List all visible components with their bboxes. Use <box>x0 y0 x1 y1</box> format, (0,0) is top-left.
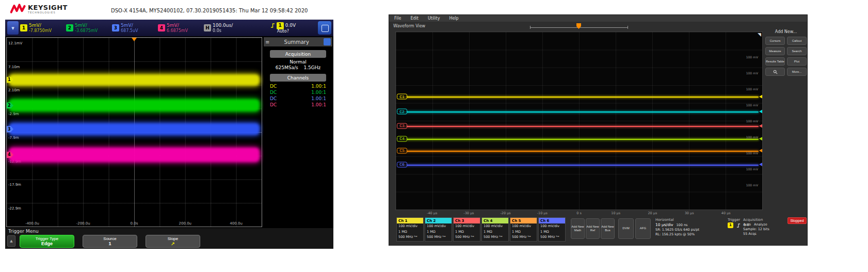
keysight-logo: KEYSIGHT TECHNOLOGIES <box>10 4 68 14</box>
channel-4-badge[interactable]: Ch 4 100 mV/div 1 MΩ 500 MHz ᵇʷ <box>481 217 509 242</box>
channel-2-badge[interactable]: Ch 2 100 mV/div 1 MΩ 500 MHz ᵇʷ <box>425 217 452 242</box>
y-axis-label: -7.9m <box>8 136 19 140</box>
cursors-button[interactable]: Cursors <box>765 37 785 45</box>
dvm-button[interactable]: DVM <box>618 218 634 239</box>
channel-1-summary-row: DC 1.00:1 <box>264 83 332 89</box>
channel-1-status[interactable]: 1 5mV/ -7.8750mV <box>20 23 65 33</box>
sidebar-header[interactable]: ≡ Summary <box>264 37 332 46</box>
channel-2-badge[interactable]: 2 <box>66 24 73 31</box>
channel-5-handle[interactable]: C5 <box>397 148 407 153</box>
channel-6-scale: 100 mV/div <box>539 223 565 229</box>
channel-3-values: 5mV/ 687.5uV <box>121 23 138 33</box>
waveform-display[interactable]: ◥ C1 C2 C3 C4 C5 C6 100 mV 100 mV 100 mV… <box>395 31 763 210</box>
channel-badges: Ch 1 100 mV/div 1 MΩ 500 MHz ᵇʷ Ch 2 100… <box>396 217 566 242</box>
channel-3-badge[interactable]: 3 <box>112 24 119 31</box>
menu-close-icon[interactable]: ▲ <box>7 235 15 247</box>
channel-1-badge[interactable]: Ch 1 100 mV/div 1 MΩ 500 MHz ᵇʷ <box>396 217 424 242</box>
stopped-button[interactable]: Stopped <box>787 217 807 224</box>
trigger-source-badge[interactable]: 1 <box>277 22 284 29</box>
x-axis-label: 0.0s <box>131 221 138 226</box>
add-new-math-button[interactable]: Add New Math <box>571 218 585 239</box>
trigger-position-marker[interactable] <box>132 38 137 44</box>
channel-3-badge[interactable]: Ch 3 100 mV/div 1 MΩ 500 MHz ᵇʷ <box>453 217 480 242</box>
channel-2-trace[interactable] <box>400 111 759 113</box>
acquisition-section-header[interactable]: Acquisition <box>270 50 326 58</box>
softkey-trigger-type[interactable]: Trigger Type Edge <box>20 235 74 248</box>
x-axis-label: 200.0u <box>179 221 191 226</box>
horizontal-badge[interactable]: H <box>204 24 211 31</box>
channel-3-status[interactable]: 3 5mV/ 687.5uV <box>112 23 156 33</box>
waveform-view-label: Waveform View <box>393 24 425 28</box>
touchscreen-icon[interactable] <box>318 21 331 35</box>
channel-4-status[interactable]: 4 5mV/ 6.6875mV <box>158 23 202 33</box>
horizontal-panel[interactable]: Horizontal 10 μs/div 100 ns SR: 1.5625 G… <box>655 218 724 237</box>
callout-button[interactable]: Callout <box>787 37 807 45</box>
search-button[interactable]: Search <box>787 47 807 55</box>
expand-icon[interactable]: ◥ <box>758 32 761 37</box>
channel-4-trace[interactable] <box>9 148 260 162</box>
channel-6-handle[interactable]: C6 <box>397 162 407 167</box>
softkey-label: Slope <box>168 236 178 241</box>
acquisition-panel[interactable]: Acquisition Auto Analyze Sample: 12 bits… <box>743 218 787 236</box>
channel-1-trace[interactable] <box>400 97 759 98</box>
channel-4-handle[interactable]: C4 <box>397 136 407 141</box>
channel-4-badge[interactable]: 4 <box>158 24 165 31</box>
x-axis-label: -200.0u <box>76 221 90 226</box>
softkey-source[interactable]: Source 1 <box>83 235 137 248</box>
trigger-status[interactable]: 1 0.0V Auto? <box>270 22 296 34</box>
zoom-button[interactable] <box>765 68 785 76</box>
channel-2-status[interactable]: 2 5mV/ -3.6875mV <box>66 23 110 33</box>
channel-4-coupling: DC <box>270 102 277 107</box>
afg-button[interactable]: AFG <box>635 218 651 239</box>
more-button[interactable]: More... <box>787 68 807 76</box>
measure-button[interactable]: Measure <box>765 47 785 55</box>
timebase-delay: 0.0s <box>213 28 233 33</box>
menu-edit[interactable]: Edit <box>410 16 419 21</box>
menu-icon[interactable]: ≡ <box>265 39 269 45</box>
channel-4-probe-ratio: 1.00:1 <box>311 102 326 107</box>
keysight-header: KEYSIGHT TECHNOLOGIES DSO-X 4154A, MY524… <box>5 2 333 20</box>
right-axis-label: 100 mV <box>746 135 758 138</box>
channel-3-handle[interactable]: C3 <box>397 123 407 129</box>
menu-help[interactable]: Help <box>449 16 458 21</box>
sidebar-title: Summary <box>271 39 322 45</box>
trigger-source-chip[interactable]: 1 <box>728 222 733 228</box>
channel-5-trace[interactable] <box>400 151 759 152</box>
results-table-button[interactable]: Results Table <box>765 57 785 66</box>
channel-1-handle[interactable]: C1 <box>397 94 407 100</box>
softkey-label: Source <box>103 236 116 241</box>
channels-section-header[interactable]: Channels <box>270 74 326 82</box>
channel-4-trace[interactable] <box>400 139 759 140</box>
channel-5-bandwidth: 500 MHz ᵇʷ <box>510 234 537 240</box>
channel-4-badge-title: Ch 4 <box>482 218 508 223</box>
acquisition-analyze: Analyze <box>754 222 767 227</box>
channel-1-badge[interactable]: 1 <box>20 24 27 31</box>
channel-2-trace[interactable] <box>9 99 260 111</box>
channel-3-bandwidth: 500 MHz ᵇʷ <box>454 234 480 240</box>
horizontal-status[interactable]: H 100.0us/ 0.0s <box>204 23 248 33</box>
add-new-ref-button[interactable]: Add New Ref <box>586 218 600 239</box>
sidebar-toggle-icon[interactable]: ▾ <box>7 21 19 35</box>
channel-6-badge[interactable]: Ch 6 100 mV/div 1 MΩ 500 MHz ᵇʷ <box>538 217 566 242</box>
menu-utility[interactable]: Utility <box>428 16 440 21</box>
add-new-bus-button[interactable]: Add New Bus <box>601 218 615 239</box>
channel-1-trace[interactable] <box>9 74 260 86</box>
channel-6-trace[interactable] <box>400 165 759 166</box>
y-axis-label: -22.9m <box>8 206 21 211</box>
waveform-display[interactable]: 12.1mV 7.10m 2.10m -2.9m -7.9m -12.9m -1… <box>6 37 262 227</box>
time-label: 20 μs <box>648 211 657 215</box>
summary-sidebar: ≡ Summary Acquisition Normal 625MSa/s 1.… <box>264 37 332 227</box>
menu-file[interactable]: File <box>394 16 401 21</box>
channel-3-trace[interactable] <box>400 126 759 127</box>
softkey-slope[interactable]: Slope ↗ <box>146 235 200 248</box>
channel-2-values: 5mV/ -3.6875mV <box>75 23 98 33</box>
panel-icon[interactable] <box>324 38 331 45</box>
plot-button[interactable]: Plot <box>787 57 807 66</box>
channel-2-handle[interactable]: C2 <box>397 109 407 115</box>
channel-3-trace[interactable] <box>9 123 260 135</box>
channel-6-impedance: 1 MΩ <box>539 229 565 235</box>
channel-3-scale: 100 mV/div <box>454 223 480 229</box>
softkey-value: 1 <box>108 241 111 246</box>
time-label: 40 μs <box>721 211 731 215</box>
channel-5-badge[interactable]: Ch 5 100 mV/div 1 MΩ 500 MHz ᵇʷ <box>510 217 537 242</box>
